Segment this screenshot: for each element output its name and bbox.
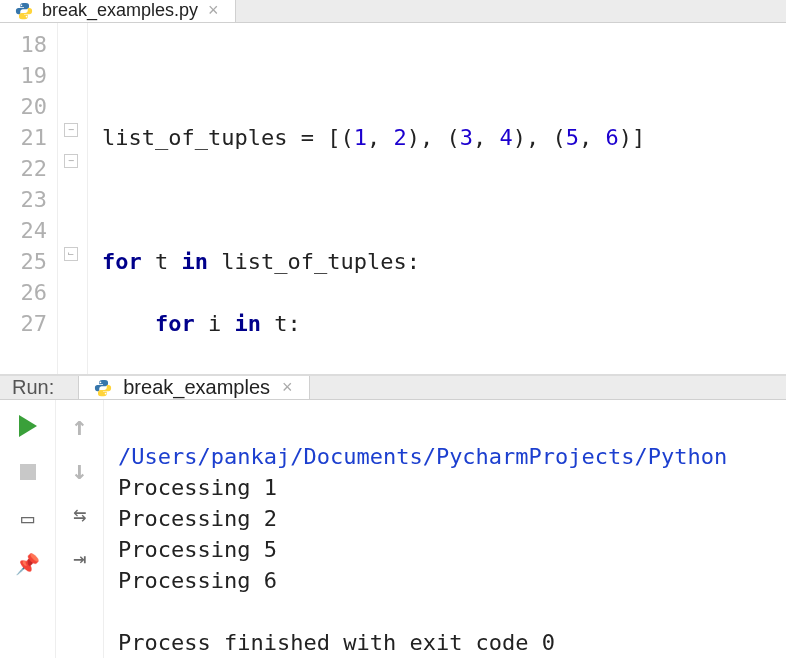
run-button[interactable] — [14, 412, 42, 440]
editor-tab-bar: break_examples.py × — [0, 0, 786, 23]
line-number: 23 — [0, 184, 47, 215]
code-line: for t in list_of_tuples: — [102, 246, 786, 277]
python-file-icon — [93, 378, 113, 398]
soft-wrap-icon: ⇆ — [73, 502, 86, 527]
pin-icon: 📌 — [15, 552, 40, 576]
code-line — [102, 184, 786, 215]
python-file-icon — [14, 1, 34, 21]
line-number: 19 — [0, 60, 47, 91]
run-toolbar-primary: ▭ 📌 — [0, 400, 56, 658]
line-number: 24 — [0, 215, 47, 246]
line-number: 21 — [0, 122, 47, 153]
run-config-name: break_examples — [123, 376, 270, 399]
line-number: 26 — [0, 277, 47, 308]
console-line: Processing 6 — [118, 568, 277, 593]
line-number: 20 — [0, 91, 47, 122]
code-editor[interactable]: 18 19 20 21 22 23 24 25 26 27 − − ⌙ list… — [0, 23, 786, 375]
fold-end-icon[interactable]: ⌙ — [64, 247, 78, 261]
close-icon[interactable]: × — [206, 0, 221, 21]
run-header: Run: break_examples × — [0, 376, 786, 400]
layout-icon: ▭ — [21, 506, 34, 531]
play-icon — [19, 415, 37, 437]
fold-gutter: − − ⌙ — [58, 23, 88, 375]
run-panel-title: Run: — [0, 376, 66, 399]
stop-icon — [20, 464, 36, 480]
run-toolbar-secondary: ↑ ↓ ⇆ ⇥ — [56, 400, 104, 658]
pin-button[interactable]: 📌 — [14, 550, 42, 578]
fold-marker-icon[interactable]: − — [64, 123, 78, 137]
up-button[interactable]: ↑ — [66, 412, 94, 440]
line-number-gutter: 18 19 20 21 22 23 24 25 26 27 — [0, 23, 58, 375]
svg-point-3 — [105, 392, 107, 394]
scroll-end-icon: ⇥ — [73, 546, 86, 571]
scroll-to-end-button[interactable]: ⇥ — [66, 544, 94, 572]
code-line: for i in t: — [102, 308, 786, 339]
code-text-area[interactable]: list_of_tuples = [(1, 2), (3, 4), (5, 6)… — [88, 23, 786, 375]
svg-point-1 — [26, 16, 28, 18]
svg-point-2 — [100, 381, 102, 383]
svg-point-0 — [21, 5, 23, 7]
console-line: Processing 1 — [118, 475, 277, 500]
console-line: Processing 5 — [118, 537, 277, 562]
run-config-tab[interactable]: break_examples × — [78, 376, 309, 399]
run-tool-window: Run: break_examples × ▭ 📌 ↑ ↓ ⇆ ⇥ /Users… — [0, 376, 786, 658]
close-icon[interactable]: × — [280, 377, 295, 398]
code-line — [102, 60, 786, 91]
code-line: list_of_tuples = [(1, 2), (3, 4), (5, 6)… — [102, 122, 786, 153]
arrow-down-icon: ↓ — [72, 455, 88, 485]
stop-button[interactable] — [14, 458, 42, 486]
fold-marker-icon[interactable]: − — [64, 154, 78, 168]
down-button[interactable]: ↓ — [66, 456, 94, 484]
console-output[interactable]: /Users/pankaj/Documents/PycharmProjects/… — [104, 400, 786, 658]
console-line: Processing 2 — [118, 506, 277, 531]
line-number: 22 — [0, 153, 47, 184]
console-path-line: /Users/pankaj/Documents/PycharmProjects/… — [118, 444, 727, 469]
line-number: 18 — [0, 29, 47, 60]
soft-wrap-button[interactable]: ⇆ — [66, 500, 94, 528]
editor-tab-active[interactable]: break_examples.py × — [0, 0, 236, 22]
editor-tab-filename: break_examples.py — [42, 0, 198, 21]
console-exit-line: Process finished with exit code 0 — [118, 630, 555, 655]
layout-button[interactable]: ▭ — [14, 504, 42, 532]
arrow-up-icon: ↑ — [72, 411, 88, 441]
line-number: 25 — [0, 246, 47, 277]
line-number: 27 — [0, 308, 47, 339]
